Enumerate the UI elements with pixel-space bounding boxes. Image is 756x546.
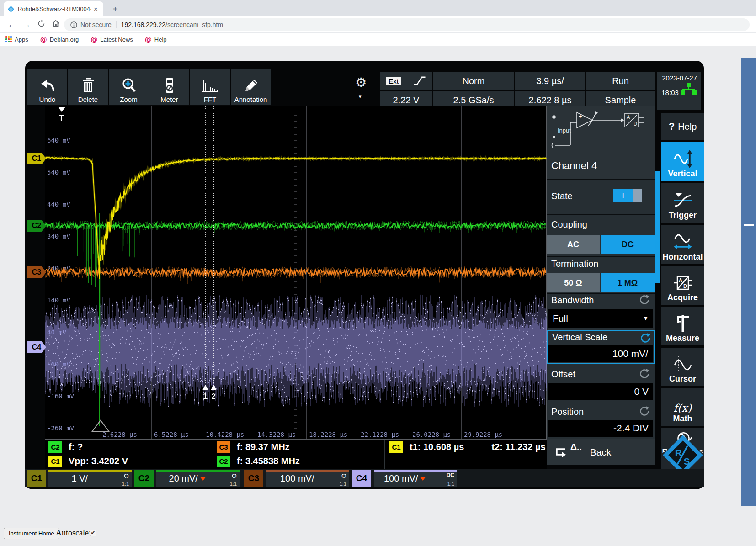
url-host: 192.168.229.22 (121, 21, 165, 28)
new-tab-button[interactable]: + (109, 3, 122, 16)
fft-button[interactable]: FFT (190, 69, 230, 105)
url-path: /screencam_sfp.htm (165, 21, 223, 28)
svg-text:D: D (683, 283, 687, 289)
vertical-scale-group[interactable]: Vertical Scale 100 mV/ (547, 330, 655, 364)
forward-icon[interactable]: → (21, 19, 32, 30)
undo-button[interactable]: Undo (27, 69, 67, 105)
time-label: 18:03 (661, 89, 679, 96)
vertical-scale-rotary-icon[interactable] (640, 333, 651, 344)
vertical-scale-label: Vertical Scale (548, 332, 654, 343)
meter-icon (160, 77, 179, 94)
timebase-cell[interactable]: 3.9 µs/ (515, 72, 585, 90)
trash-icon (79, 77, 97, 94)
sidebar-item-help[interactable]: ? Help (661, 113, 704, 140)
sidebar-item-vertical[interactable]: Vertical (661, 142, 704, 181)
c4-overload-warning-icon (420, 477, 426, 482)
c1-bar-tag[interactable]: C1 (27, 470, 46, 487)
bookmark-debian[interactable]: @ Debian.org (40, 35, 79, 43)
fft-icon (200, 77, 220, 94)
fx-icon: f(x) (674, 402, 692, 414)
sidebar-item-measure[interactable]: Measure (661, 307, 704, 345)
trigger-source-cell[interactable]: Ext (380, 72, 432, 90)
bookmark-apps[interactable]: Apps (5, 36, 28, 43)
cursor-icon (672, 354, 694, 374)
termination-1mohm-button[interactable]: 1 MΩ (601, 273, 655, 292)
settings-gear-icon[interactable]: ⚙ (355, 76, 367, 89)
home-icon[interactable] (50, 19, 61, 30)
debian-swirl-icon: @ (40, 35, 47, 43)
bandwidth-dropdown[interactable]: Full ▼ (548, 309, 653, 328)
waveform-display (45, 106, 547, 440)
instrument-home-button[interactable]: Instrument Home (4, 528, 59, 539)
menu-scrollbar[interactable] (655, 171, 660, 283)
menu-title: Channel 4 (547, 160, 655, 172)
c1-bar-info[interactable]: 1 V/ Ω 1:1 (48, 470, 132, 487)
channel4-tag[interactable]: C4 (27, 341, 46, 353)
c4-bar-tag[interactable]: C4 (352, 470, 371, 487)
termination-50ohm-button[interactable]: 50 Ω (547, 273, 600, 292)
position-rotary-icon[interactable] (639, 406, 650, 417)
autoscale-checkbox[interactable]: ✔ (90, 530, 96, 536)
svg-text:S: S (684, 456, 690, 466)
vertical-scale-value[interactable]: 100 mV/ (548, 345, 653, 362)
meter-button[interactable]: Meter (149, 69, 189, 105)
coupling-label: Coupling (547, 219, 587, 230)
c2-bar-info[interactable]: 20 mV/ Ω 1:1 (156, 470, 240, 487)
measurement-2: C1 Vpp: 3.4202 V (48, 456, 128, 467)
ext-badge: Ext (386, 77, 401, 85)
delete-button[interactable]: Delete (68, 69, 108, 105)
debian-swirl-icon: @ (145, 35, 152, 43)
bookmark-latest-news[interactable]: @ Latest News (91, 35, 133, 43)
bookmarks-bar: Apps @ Debian.org @ Latest News @ Help (0, 33, 756, 46)
chevron-down-icon: ▼ (643, 309, 649, 328)
sidebar-item-acquire[interactable]: AD Acquire (661, 266, 704, 305)
svg-text:+: + (579, 113, 582, 120)
bookmark-help[interactable]: @ Help (145, 35, 167, 43)
channel2-tag[interactable]: C2 (27, 220, 46, 232)
browser-tab[interactable]: Rohde&Schwarz-RTM3004-1 × (4, 1, 103, 16)
c2-bar-tag[interactable]: C2 (134, 470, 154, 487)
trigger-mode-cell[interactable]: Norm (433, 72, 514, 90)
sidebar-item-math[interactable]: f(x) Math (661, 388, 704, 426)
rs-favicon (7, 5, 15, 13)
channel1-tag[interactable]: C1 (27, 153, 46, 164)
tab-title: Rohde&Schwarz-RTM3004-1 (18, 5, 91, 12)
measurement-bar: C2 f: ? C1 Vpp: 3.4202 V C3 f: 89.37 MHz… (45, 440, 547, 469)
run-state-cell[interactable]: Run (586, 72, 655, 90)
gear-dropdown-icon[interactable]: ▾ (359, 94, 362, 100)
lan-network-icon (681, 83, 697, 95)
tab-close-icon[interactable]: × (94, 5, 98, 13)
coupling-ac-button[interactable]: AC (547, 235, 600, 254)
offset-value[interactable]: 0 V (548, 383, 653, 400)
c3-badge: C3 (217, 441, 230, 453)
c4-bar-info[interactable]: 100 mV/ DC 1:1 (374, 470, 457, 487)
coupling-dc-button[interactable]: DC (601, 235, 655, 254)
sidebar-item-trigger[interactable]: Trigger (661, 183, 704, 223)
sidebar-item-horizontal[interactable]: Horizontal (661, 225, 704, 264)
back-icon[interactable]: ← (6, 19, 17, 30)
zoom-button[interactable]: Zoom (109, 69, 149, 105)
bandwidth-rotary-icon[interactable] (639, 294, 650, 305)
question-icon: ? (669, 121, 675, 133)
termination-label: Termination (547, 259, 598, 269)
annotation-button[interactable]: Annotation (231, 69, 271, 105)
pencil-icon (242, 77, 260, 94)
c3-bar-tag[interactable]: C3 (244, 470, 263, 487)
c2-badge: C2 (217, 456, 230, 467)
c1-badge: C1 (48, 456, 62, 467)
bookmark-label: Apps (15, 36, 28, 43)
state-toggle[interactable]: I (613, 189, 642, 202)
date-label: 2023-07-27 (662, 74, 697, 82)
svg-text:A: A (627, 114, 630, 120)
position-value[interactable]: -2.4 DIV (548, 420, 653, 437)
trigger-slope-icon (413, 75, 426, 87)
sidebar-item-cursor[interactable]: Cursor (661, 348, 704, 386)
offset-rotary-icon[interactable] (639, 368, 650, 379)
address-bar[interactable]: Not secure 192.168.229.22 /screencam_sfp… (64, 18, 750, 31)
info-icon (70, 21, 77, 28)
apps-grid-icon (5, 36, 12, 42)
c3-bar-info[interactable]: 100 mV/ Ω 1:1 (266, 470, 349, 487)
channel3-tag[interactable]: C3 (27, 266, 46, 278)
reload-icon[interactable] (36, 19, 47, 30)
datetime-cell: 2023-07-27 18:03 (657, 72, 701, 110)
